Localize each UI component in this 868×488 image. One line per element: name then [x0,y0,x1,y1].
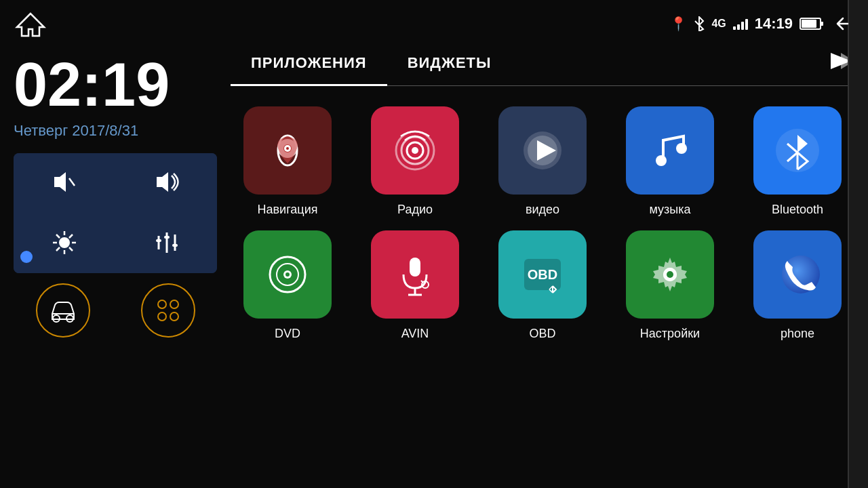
equalizer-button[interactable] [116,212,217,273]
bluetooth-status-icon [694,16,705,31]
app-avin[interactable]: AVIN [358,230,472,341]
svg-marker-0 [17,14,44,36]
svg-point-27 [158,312,166,321]
status-bar: 📍 4G 14:19 [0,0,868,47]
video-label: видео [526,203,559,217]
video-icon-box [498,106,587,195]
volume-up-button[interactable] [116,153,217,211]
controls-grid [14,153,217,273]
svg-point-28 [170,312,178,321]
brightness-button[interactable] [14,212,115,273]
phone-label: phone [781,327,814,341]
lte-icon: 4G [711,18,726,30]
battery-icon [800,17,824,30]
navigation-icon [243,106,332,195]
svg-point-35 [286,147,289,150]
app-navigation[interactable]: Навигация [231,106,344,217]
right-edge-decoration [848,0,868,488]
app-dvd[interactable]: DVD [231,230,344,341]
obd-label: OBD [529,327,555,341]
app-phone[interactable]: phone [741,230,854,341]
radio-label: Радио [397,203,433,217]
svg-rect-19 [164,236,170,239]
app-radio[interactable]: Радио [358,106,472,217]
left-panel: 02:19 Четверг 2017/8/31 [14,54,217,338]
app-video[interactable]: видео [486,106,599,217]
settings-label: Настройки [640,327,700,341]
svg-line-15 [56,247,60,251]
phone-icon-box [753,230,842,319]
svg-line-12 [56,235,60,238]
obd-icon-box: OBD [498,230,587,319]
svg-point-52 [285,272,290,277]
avin-label: AVIN [401,327,429,341]
home-icon[interactable] [14,10,47,37]
svg-point-39 [412,147,418,154]
svg-point-65 [667,271,673,278]
clock-display: 02:19 [14,54,217,115]
tab-widgets[interactable]: ВИДЖЕТЫ [387,47,512,79]
bluetooth-icon-box [753,106,842,195]
svg-rect-3 [821,22,823,26]
app-settings[interactable]: Настройки [613,230,727,341]
dvd-label: DVD [275,327,300,341]
dvd-icon-box [243,230,332,319]
status-left [14,10,47,37]
music-label: музыка [649,203,690,217]
navigation-label: Навигация [258,203,318,217]
svg-rect-53 [410,258,420,277]
brightness-indicator [20,251,33,263]
music-icon-box [626,106,714,195]
svg-marker-6 [157,172,168,192]
radio-icon-box [371,106,459,195]
car-button[interactable] [36,283,90,338]
main-content: ПРИЛОЖЕНИЯ ВИДЖЕТЫ Навиг [231,47,854,474]
app-bluetooth[interactable]: Bluetooth [741,106,854,217]
app-obd[interactable]: OBD OBD [486,230,599,341]
svg-rect-17 [156,239,161,242]
svg-point-43 [656,155,667,166]
svg-line-5 [69,178,75,186]
svg-rect-2 [802,20,816,28]
svg-line-57 [421,281,423,283]
avin-icon-box [371,230,459,319]
tabs-bar: ПРИЛОЖЕНИЯ ВИДЖЕТЫ [231,47,854,86]
svg-point-26 [170,300,178,308]
svg-text:OBD: OBD [528,267,557,282]
apps-button[interactable] [141,283,195,338]
bottom-buttons [14,283,217,338]
status-right: 📍 4G 14:19 [670,14,854,34]
svg-marker-4 [54,172,66,192]
back-icon[interactable] [831,14,854,34]
bluetooth-label: Bluetooth [772,203,823,217]
date-display: Четверг 2017/8/31 [14,122,217,140]
svg-point-44 [676,143,687,154]
svg-line-13 [69,247,73,251]
volume-down-button[interactable] [14,153,115,211]
svg-point-7 [59,237,70,248]
app-music[interactable]: музыка [613,106,727,217]
location-icon: 📍 [670,16,687,32]
svg-point-25 [158,300,166,308]
tab-apps[interactable]: ПРИЛОЖЕНИЯ [231,47,387,79]
signal-bars [733,18,748,30]
app-grid: Навигация Радио [231,100,854,348]
settings-icon-box [626,230,714,319]
svg-rect-21 [172,244,178,247]
time-display: 14:19 [755,15,793,33]
svg-line-14 [69,235,73,238]
